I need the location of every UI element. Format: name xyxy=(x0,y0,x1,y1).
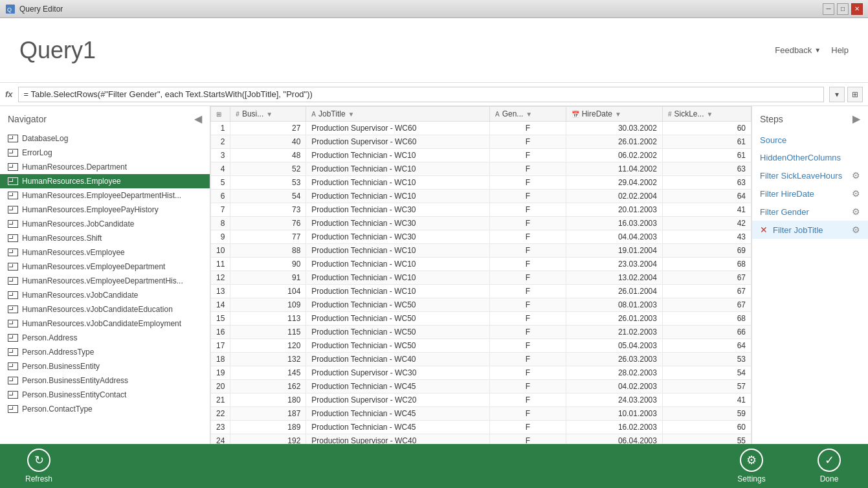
formula-input[interactable] xyxy=(18,87,824,102)
settings-button[interactable]: ⚙ Settings xyxy=(726,449,777,483)
data-table-wrapper[interactable]: ⊞#Busi...▼AJobTitle▼AGen...▼📅HireDate▼#S… xyxy=(210,106,751,444)
nav-item-HumanResources.EmployeeDepartmentHist...[interactable]: HumanResources.EmployeeDepartmentHist... xyxy=(0,188,210,203)
col-header-gender[interactable]: AGen...▼ xyxy=(489,107,566,122)
nav-item-Person.Address[interactable]: Person.Address xyxy=(0,331,210,345)
cell-jobtitle: Production Supervisor - WC60 xyxy=(306,122,490,135)
table-row[interactable]: 17120Production Technician - WC50F05.04.… xyxy=(211,339,751,353)
cell-hiredate: 02.02.2004 xyxy=(566,190,662,203)
data-area: ⊞#Busi...▼AJobTitle▼AGen...▼📅HireDate▼#S… xyxy=(210,106,751,444)
step-gear-button[interactable]: ⚙ xyxy=(852,170,860,181)
feedback-button[interactable]: Feedback ▼ xyxy=(775,45,821,55)
table-row[interactable]: 22187Production Technician - WC45F10.01.… xyxy=(211,407,751,421)
nav-item-label: HumanResources.vJobCandidateEducation xyxy=(22,305,173,314)
row-number: 24 xyxy=(211,434,230,445)
help-link[interactable]: Help xyxy=(831,45,849,55)
minimize-button[interactable]: ─ xyxy=(823,3,834,15)
window-controls: ─ □ ✕ xyxy=(823,3,863,15)
refresh-button[interactable]: ↻ Refresh xyxy=(13,449,65,483)
table-row[interactable]: 654Production Technician - WC10F02.02.20… xyxy=(211,190,751,203)
filter-icon[interactable]: ▼ xyxy=(526,111,532,118)
navigator-collapse-button[interactable]: ◀ xyxy=(194,113,202,125)
formula-expand-button[interactable]: ⊞ xyxy=(847,87,863,102)
step-label: Filter SickLeaveHours xyxy=(760,171,842,181)
nav-item-HumanResources.vJobCandidateEducation[interactable]: HumanResources.vJobCandidateEducation xyxy=(0,302,210,316)
col-type-icon: # xyxy=(236,111,239,118)
nav-item-HumanResources.vEmployee[interactable]: HumanResources.vEmployee xyxy=(0,245,210,260)
table-row[interactable]: 20162Production Technician - WC45F04.02.… xyxy=(211,380,751,394)
step-item-filterGender[interactable]: Filter Gender⚙ xyxy=(752,203,868,221)
cell-hiredate: 24.03.2003 xyxy=(566,394,662,407)
table-row[interactable]: 21180Production Supervisor - WC20F24.03.… xyxy=(211,394,751,407)
table-row[interactable]: 1088Production Technician - WC10F19.01.2… xyxy=(211,244,751,258)
table-row[interactable]: 876Production Technician - WC30F16.03.20… xyxy=(211,217,751,230)
table-row[interactable]: 1291Production Technician - WC10F13.02.2… xyxy=(211,271,751,285)
nav-item-HumanResources.Department[interactable]: HumanResources.Department xyxy=(0,160,210,174)
nav-item-HumanResources.vJobCandidateEmployment[interactable]: HumanResources.vJobCandidateEmployment xyxy=(0,316,210,331)
table-row[interactable]: 15113Production Technician - WC50F26.01.… xyxy=(211,312,751,326)
col-label: SickLe... xyxy=(674,109,704,118)
step-gear-button[interactable]: ⚙ xyxy=(852,225,860,235)
step-item-filterSickLeaveHours[interactable]: Filter SickLeaveHours⚙ xyxy=(752,166,868,184)
nav-item-DatabaseLog[interactable]: DatabaseLog xyxy=(0,131,210,146)
done-button[interactable]: ✓ Done xyxy=(803,449,855,483)
step-gear-button[interactable]: ⚙ xyxy=(852,188,860,199)
table-row[interactable]: 24192Production Supervisor - WC40F06.04.… xyxy=(211,434,751,445)
table-row[interactable]: 14109Production Technician - WC50F08.01.… xyxy=(211,298,751,312)
filter-icon[interactable]: ▼ xyxy=(707,111,713,118)
table-row[interactable]: 23189Production Technician - WC45F16.02.… xyxy=(211,421,751,434)
table-row[interactable]: 19145Production Supervisor - WC30F28.02.… xyxy=(211,366,751,380)
nav-item-HumanResources.Employee[interactable]: HumanResources.Employee xyxy=(0,174,210,188)
cell-jobtitle: Production Technician - WC30 xyxy=(306,230,490,244)
step-item-filterJobTitle[interactable]: ✕Filter JobTitle⚙ xyxy=(752,221,868,239)
cell-hiredate: 04.04.2003 xyxy=(566,230,662,244)
main-content: Navigator ◀ DatabaseLogErrorLogHumanReso… xyxy=(0,106,868,444)
col-header-jobtitle[interactable]: AJobTitle▼ xyxy=(306,107,490,122)
nav-item-Person.BusinessEntityContact[interactable]: Person.BusinessEntityContact xyxy=(0,388,210,402)
step-gear-button[interactable]: ⚙ xyxy=(852,206,860,217)
row-number: 11 xyxy=(211,258,230,271)
table-row[interactable]: 127Production Supervisor - WC60F30.03.20… xyxy=(211,122,751,135)
cell-busi: 132 xyxy=(230,353,306,366)
nav-item-ErrorLog[interactable]: ErrorLog xyxy=(0,146,210,160)
cell-jobtitle: Production Technician - WC50 xyxy=(306,298,490,312)
table-row[interactable]: 16115Production Technician - WC50F21.02.… xyxy=(211,326,751,339)
maximize-button[interactable]: □ xyxy=(837,3,849,15)
step-delete-button[interactable]: ✕ xyxy=(760,225,768,235)
formula-collapse-button[interactable]: ▾ xyxy=(829,87,845,102)
table-icon xyxy=(8,206,18,214)
table-row[interactable]: 553Production Technician - WC10F29.04.20… xyxy=(211,176,751,190)
filter-icon[interactable]: ▼ xyxy=(348,111,355,118)
table-row[interactable]: 1190Production Technician - WC10F23.03.2… xyxy=(211,258,751,271)
step-label: Filter JobTitle xyxy=(773,225,823,235)
nav-item-Person.ContactType[interactable]: Person.ContactType xyxy=(0,402,210,416)
filter-icon[interactable]: ▼ xyxy=(615,111,621,118)
table-row[interactable]: 18132Production Technician - WC40F26.03.… xyxy=(211,353,751,366)
nav-item-HumanResources.vEmployeeDepartment[interactable]: HumanResources.vEmployeeDepartment xyxy=(0,260,210,274)
row-number: 23 xyxy=(211,421,230,434)
navigator-list[interactable]: DatabaseLogErrorLogHumanResources.Depart… xyxy=(0,129,210,444)
close-button[interactable]: ✕ xyxy=(851,3,863,15)
nav-item-Person.BusinessEntity[interactable]: Person.BusinessEntity xyxy=(0,359,210,373)
filter-icon[interactable]: ▼ xyxy=(266,111,273,118)
nav-item-Person.AddressType[interactable]: Person.AddressType xyxy=(0,345,210,359)
cell-hiredate: 30.03.2002 xyxy=(566,122,662,135)
nav-item-HumanResources.JobCandidate[interactable]: HumanResources.JobCandidate xyxy=(0,217,210,231)
step-item-hiddenOtherColumns[interactable]: HiddenOtherColumns xyxy=(752,149,868,166)
nav-item-HumanResources.Shift[interactable]: HumanResources.Shift xyxy=(0,231,210,245)
nav-item-HumanResources.vEmployeeDepartmentHis...[interactable]: HumanResources.vEmployeeDepartmentHis... xyxy=(0,274,210,288)
nav-item-Person.BusinessEntityAddress[interactable]: Person.BusinessEntityAddress xyxy=(0,373,210,388)
table-row[interactable]: 348Production Technician - WC10F06.02.20… xyxy=(211,149,751,162)
table-row[interactable]: 977Production Technician - WC30F04.04.20… xyxy=(211,230,751,244)
col-header-hiredate[interactable]: 📅HireDate▼ xyxy=(566,107,662,122)
table-row[interactable]: 452Production Technician - WC10F11.04.20… xyxy=(211,162,751,176)
col-header-sickle[interactable]: #SickLe...▼ xyxy=(662,107,751,122)
nav-item-HumanResources.EmployeePayHistory[interactable]: HumanResources.EmployeePayHistory xyxy=(0,203,210,217)
step-item-filterHireDate[interactable]: Filter HireDate⚙ xyxy=(752,184,868,203)
table-row[interactable]: 773Production Technician - WC30F20.01.20… xyxy=(211,203,751,217)
nav-item-HumanResources.vJobCandidate[interactable]: HumanResources.vJobCandidate xyxy=(0,288,210,302)
table-row[interactable]: 240Production Supervisor - WC60F26.01.20… xyxy=(211,135,751,149)
steps-expand-button[interactable]: ▶ xyxy=(852,113,860,125)
table-row[interactable]: 13104Production Technician - WC10F26.01.… xyxy=(211,285,751,298)
col-header-busi[interactable]: #Busi...▼ xyxy=(230,107,306,122)
step-item-source[interactable]: Source xyxy=(752,131,868,149)
